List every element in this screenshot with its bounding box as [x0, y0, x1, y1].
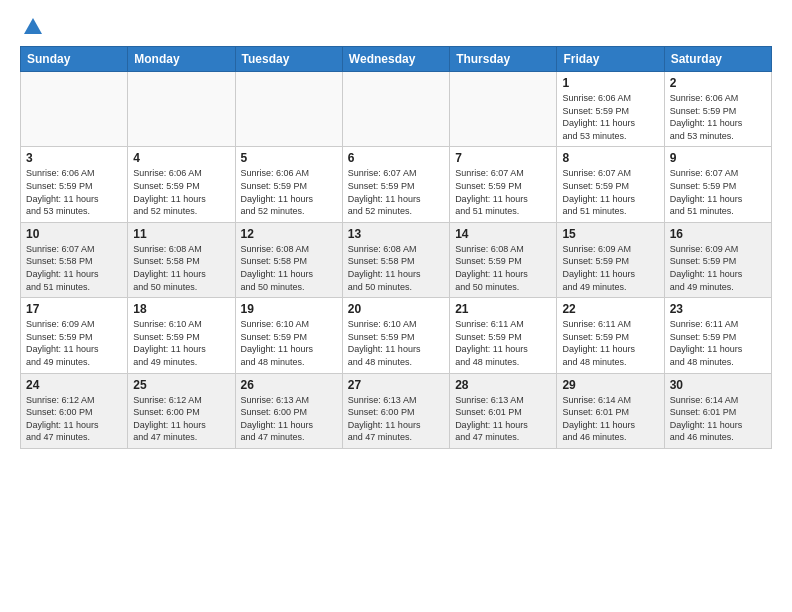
- day-number: 25: [133, 378, 229, 392]
- day-info: Sunrise: 6:10 AMSunset: 5:59 PMDaylight:…: [241, 318, 337, 368]
- calendar-cell: 16Sunrise: 6:09 AMSunset: 5:59 PMDayligh…: [664, 222, 771, 297]
- calendar-cell: 4Sunrise: 6:06 AMSunset: 5:59 PMDaylight…: [128, 147, 235, 222]
- logo-icon: [22, 16, 44, 38]
- calendar-cell: 13Sunrise: 6:08 AMSunset: 5:58 PMDayligh…: [342, 222, 449, 297]
- day-info: Sunrise: 6:14 AMSunset: 6:01 PMDaylight:…: [670, 394, 766, 444]
- day-info: Sunrise: 6:08 AMSunset: 5:58 PMDaylight:…: [133, 243, 229, 293]
- day-number: 5: [241, 151, 337, 165]
- weekday-header-monday: Monday: [128, 47, 235, 72]
- day-number: 12: [241, 227, 337, 241]
- day-info: Sunrise: 6:12 AMSunset: 6:00 PMDaylight:…: [26, 394, 122, 444]
- day-number: 28: [455, 378, 551, 392]
- calendar-cell: 3Sunrise: 6:06 AMSunset: 5:59 PMDaylight…: [21, 147, 128, 222]
- day-info: Sunrise: 6:14 AMSunset: 6:01 PMDaylight:…: [562, 394, 658, 444]
- day-number: 26: [241, 378, 337, 392]
- calendar-header-row: SundayMondayTuesdayWednesdayThursdayFrid…: [21, 47, 772, 72]
- calendar-cell: 28Sunrise: 6:13 AMSunset: 6:01 PMDayligh…: [450, 373, 557, 448]
- calendar-cell: 30Sunrise: 6:14 AMSunset: 6:01 PMDayligh…: [664, 373, 771, 448]
- day-info: Sunrise: 6:06 AMSunset: 5:59 PMDaylight:…: [562, 92, 658, 142]
- calendar-cell: 5Sunrise: 6:06 AMSunset: 5:59 PMDaylight…: [235, 147, 342, 222]
- calendar-week-row: 24Sunrise: 6:12 AMSunset: 6:00 PMDayligh…: [21, 373, 772, 448]
- calendar-cell: 9Sunrise: 6:07 AMSunset: 5:59 PMDaylight…: [664, 147, 771, 222]
- day-info: Sunrise: 6:09 AMSunset: 5:59 PMDaylight:…: [562, 243, 658, 293]
- calendar-cell: [128, 72, 235, 147]
- logo: [20, 16, 44, 38]
- day-info: Sunrise: 6:11 AMSunset: 5:59 PMDaylight:…: [455, 318, 551, 368]
- calendar-cell: 21Sunrise: 6:11 AMSunset: 5:59 PMDayligh…: [450, 298, 557, 373]
- day-number: 8: [562, 151, 658, 165]
- day-number: 23: [670, 302, 766, 316]
- day-number: 20: [348, 302, 444, 316]
- day-info: Sunrise: 6:07 AMSunset: 5:59 PMDaylight:…: [562, 167, 658, 217]
- svg-marker-0: [24, 18, 42, 34]
- calendar-cell: 7Sunrise: 6:07 AMSunset: 5:59 PMDaylight…: [450, 147, 557, 222]
- day-number: 14: [455, 227, 551, 241]
- weekday-header-thursday: Thursday: [450, 47, 557, 72]
- day-number: 18: [133, 302, 229, 316]
- day-info: Sunrise: 6:13 AMSunset: 6:01 PMDaylight:…: [455, 394, 551, 444]
- calendar-week-row: 1Sunrise: 6:06 AMSunset: 5:59 PMDaylight…: [21, 72, 772, 147]
- day-info: Sunrise: 6:13 AMSunset: 6:00 PMDaylight:…: [241, 394, 337, 444]
- header: [20, 16, 772, 38]
- day-number: 22: [562, 302, 658, 316]
- day-info: Sunrise: 6:08 AMSunset: 5:58 PMDaylight:…: [348, 243, 444, 293]
- calendar-cell: 1Sunrise: 6:06 AMSunset: 5:59 PMDaylight…: [557, 72, 664, 147]
- day-number: 13: [348, 227, 444, 241]
- calendar-cell: [235, 72, 342, 147]
- calendar-week-row: 3Sunrise: 6:06 AMSunset: 5:59 PMDaylight…: [21, 147, 772, 222]
- day-number: 2: [670, 76, 766, 90]
- day-info: Sunrise: 6:07 AMSunset: 5:59 PMDaylight:…: [455, 167, 551, 217]
- day-info: Sunrise: 6:06 AMSunset: 5:59 PMDaylight:…: [26, 167, 122, 217]
- calendar-cell: [342, 72, 449, 147]
- calendar-week-row: 17Sunrise: 6:09 AMSunset: 5:59 PMDayligh…: [21, 298, 772, 373]
- calendar-cell: 24Sunrise: 6:12 AMSunset: 6:00 PMDayligh…: [21, 373, 128, 448]
- day-number: 15: [562, 227, 658, 241]
- weekday-header-tuesday: Tuesday: [235, 47, 342, 72]
- calendar-cell: 27Sunrise: 6:13 AMSunset: 6:00 PMDayligh…: [342, 373, 449, 448]
- day-info: Sunrise: 6:06 AMSunset: 5:59 PMDaylight:…: [241, 167, 337, 217]
- calendar-cell: 19Sunrise: 6:10 AMSunset: 5:59 PMDayligh…: [235, 298, 342, 373]
- weekday-header-friday: Friday: [557, 47, 664, 72]
- calendar-cell: 14Sunrise: 6:08 AMSunset: 5:59 PMDayligh…: [450, 222, 557, 297]
- day-number: 27: [348, 378, 444, 392]
- calendar-cell: 26Sunrise: 6:13 AMSunset: 6:00 PMDayligh…: [235, 373, 342, 448]
- calendar-cell: 20Sunrise: 6:10 AMSunset: 5:59 PMDayligh…: [342, 298, 449, 373]
- day-number: 21: [455, 302, 551, 316]
- calendar-cell: 10Sunrise: 6:07 AMSunset: 5:58 PMDayligh…: [21, 222, 128, 297]
- calendar-week-row: 10Sunrise: 6:07 AMSunset: 5:58 PMDayligh…: [21, 222, 772, 297]
- day-info: Sunrise: 6:07 AMSunset: 5:59 PMDaylight:…: [670, 167, 766, 217]
- weekday-header-wednesday: Wednesday: [342, 47, 449, 72]
- day-number: 6: [348, 151, 444, 165]
- day-info: Sunrise: 6:10 AMSunset: 5:59 PMDaylight:…: [133, 318, 229, 368]
- day-number: 24: [26, 378, 122, 392]
- calendar-table: SundayMondayTuesdayWednesdayThursdayFrid…: [20, 46, 772, 449]
- calendar-cell: 11Sunrise: 6:08 AMSunset: 5:58 PMDayligh…: [128, 222, 235, 297]
- day-number: 11: [133, 227, 229, 241]
- day-info: Sunrise: 6:09 AMSunset: 5:59 PMDaylight:…: [26, 318, 122, 368]
- weekday-header-sunday: Sunday: [21, 47, 128, 72]
- day-number: 29: [562, 378, 658, 392]
- page: SundayMondayTuesdayWednesdayThursdayFrid…: [0, 0, 792, 612]
- calendar-cell: [450, 72, 557, 147]
- day-info: Sunrise: 6:06 AMSunset: 5:59 PMDaylight:…: [670, 92, 766, 142]
- day-number: 7: [455, 151, 551, 165]
- calendar-cell: 17Sunrise: 6:09 AMSunset: 5:59 PMDayligh…: [21, 298, 128, 373]
- day-number: 4: [133, 151, 229, 165]
- day-number: 10: [26, 227, 122, 241]
- day-info: Sunrise: 6:07 AMSunset: 5:59 PMDaylight:…: [348, 167, 444, 217]
- day-info: Sunrise: 6:07 AMSunset: 5:58 PMDaylight:…: [26, 243, 122, 293]
- day-number: 16: [670, 227, 766, 241]
- calendar-cell: 22Sunrise: 6:11 AMSunset: 5:59 PMDayligh…: [557, 298, 664, 373]
- calendar-cell: 18Sunrise: 6:10 AMSunset: 5:59 PMDayligh…: [128, 298, 235, 373]
- day-number: 19: [241, 302, 337, 316]
- day-info: Sunrise: 6:11 AMSunset: 5:59 PMDaylight:…: [562, 318, 658, 368]
- day-number: 30: [670, 378, 766, 392]
- day-info: Sunrise: 6:08 AMSunset: 5:58 PMDaylight:…: [241, 243, 337, 293]
- day-number: 9: [670, 151, 766, 165]
- calendar-cell: 25Sunrise: 6:12 AMSunset: 6:00 PMDayligh…: [128, 373, 235, 448]
- day-info: Sunrise: 6:09 AMSunset: 5:59 PMDaylight:…: [670, 243, 766, 293]
- weekday-header-saturday: Saturday: [664, 47, 771, 72]
- calendar-cell: 29Sunrise: 6:14 AMSunset: 6:01 PMDayligh…: [557, 373, 664, 448]
- day-number: 1: [562, 76, 658, 90]
- day-info: Sunrise: 6:13 AMSunset: 6:00 PMDaylight:…: [348, 394, 444, 444]
